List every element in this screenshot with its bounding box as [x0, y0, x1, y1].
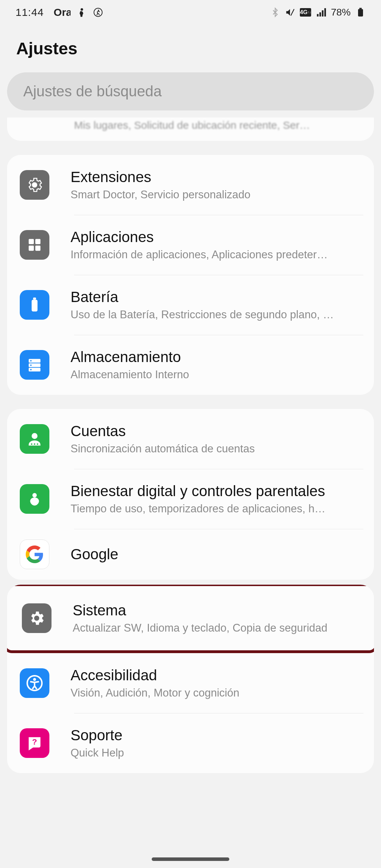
- row-aplicaciones[interactable]: Aplicaciones Información de aplicaciones…: [7, 215, 374, 275]
- svg-rect-11: [32, 300, 38, 311]
- svg-point-20: [31, 444, 32, 445]
- svg-rect-12: [33, 297, 36, 300]
- row-almacenamiento[interactable]: Almacenamiento Almacenamiento Interno: [7, 335, 374, 395]
- settings-scroll-area[interactable]: Mis lugares, Solicitud de ubicación reci…: [0, 117, 381, 773]
- 4g-icon: 4G↑↓: [300, 8, 311, 17]
- row-soporte[interactable]: ? Soporte Quick Help: [7, 713, 374, 773]
- svg-rect-4: [358, 9, 363, 17]
- row-google[interactable]: Google: [7, 529, 374, 580]
- row-bienestar[interactable]: Bienestar digital y controles parentales…: [7, 469, 374, 529]
- row-bateria[interactable]: Batería Uso de la Batería, Restricciones…: [7, 275, 374, 335]
- row-title: Batería: [71, 289, 361, 306]
- settings-group-accounts: Cuentas Sincronización automática de cue…: [7, 409, 374, 580]
- row-extensiones[interactable]: Extensiones Smart Doctor, Servicio perso…: [7, 155, 374, 215]
- svg-rect-7: [29, 239, 34, 244]
- settings-group-trunc: Mis lugares, Solicitud de ubicación reci…: [7, 117, 374, 141]
- row-cuentas[interactable]: Cuentas Sincronización automática de cue…: [7, 409, 374, 469]
- svg-point-0: [81, 8, 83, 11]
- battery-icon: [356, 7, 365, 17]
- wellbeing-icon: [20, 484, 49, 514]
- page-header: Ajustes: [0, 25, 381, 72]
- row-title: Google: [71, 546, 361, 563]
- highlight-box: Sistema Actualizar SW, Idioma y teclado,…: [7, 585, 374, 653]
- search-placeholder: Ajustes de búsqueda: [23, 83, 162, 100]
- row-subtitle: Información de aplicaciones, Aplicacione…: [71, 248, 361, 261]
- row-subtitle: Quick Help: [71, 747, 361, 759]
- extensions-icon: [20, 170, 49, 200]
- row-subtitle: Actualizar SW, Idioma y teclado, Copia d…: [73, 622, 359, 634]
- row-sistema[interactable]: Sistema Actualizar SW, Idioma y teclado,…: [9, 588, 372, 648]
- svg-point-19: [32, 433, 38, 439]
- svg-point-1: [94, 8, 102, 16]
- row-title: Bienestar digital y controles parentales: [71, 483, 361, 500]
- battery-percent: 78%: [331, 7, 351, 18]
- row-title: Extensiones: [71, 169, 361, 186]
- svg-point-16: [30, 360, 32, 361]
- svg-point-23: [32, 493, 37, 498]
- row-accesibilidad[interactable]: Accesibilidad Visión, Audición, Motor y …: [7, 653, 374, 713]
- svg-point-6: [32, 183, 37, 187]
- svg-point-18: [30, 369, 32, 370]
- search-input[interactable]: Ajustes de búsqueda: [7, 72, 374, 110]
- row-subtitle: Tiempo de uso, temporizadores de aplicac…: [71, 502, 361, 515]
- row-title: Soporte: [71, 727, 361, 744]
- status-carrier: Ora: [54, 6, 71, 18]
- running-icon: [93, 7, 103, 17]
- row-subtitle: Uso de la Batería, Restricciones de segu…: [71, 308, 361, 321]
- page-title: Ajustes: [16, 39, 365, 58]
- row-subtitle: Sincronización automática de cuentas: [71, 442, 361, 455]
- row-subtitle: Visión, Audición, Motor y cognición: [71, 687, 361, 699]
- svg-text:?: ?: [32, 737, 37, 746]
- google-icon: [20, 540, 49, 569]
- svg-point-17: [30, 364, 32, 366]
- row-title: Cuentas: [71, 423, 361, 440]
- row-title: Sistema: [73, 602, 359, 619]
- svg-point-25: [33, 678, 36, 681]
- row-subtitle: Smart Doctor, Servicio personalizado: [71, 188, 361, 201]
- gesture-bar[interactable]: [152, 857, 229, 861]
- svg-rect-9: [29, 246, 34, 251]
- bluetooth-icon: [270, 7, 280, 17]
- storage-icon: [20, 350, 49, 380]
- settings-group-device: Extensiones Smart Doctor, Servicio perso…: [7, 155, 374, 395]
- mute-icon: [285, 7, 295, 17]
- row-title: Accesibilidad: [71, 667, 361, 684]
- svg-rect-10: [35, 246, 41, 251]
- status-bar: 11:44 Ora 4G↑↓ 78%: [0, 0, 381, 25]
- signal-icon: [316, 7, 326, 17]
- accessibility-icon: [20, 668, 49, 698]
- svg-rect-5: [359, 8, 362, 9]
- row-title: Aplicaciones: [71, 229, 361, 246]
- settings-group-system: Sistema Actualizar SW, Idioma y teclado,…: [7, 585, 374, 773]
- svg-rect-8: [35, 239, 41, 244]
- system-icon: [22, 603, 52, 633]
- battery-settings-icon: [20, 290, 49, 320]
- row-subtitle: Almacenamiento Interno: [71, 368, 361, 381]
- svg-line-3: [291, 9, 294, 16]
- svg-point-21: [34, 444, 35, 445]
- status-time: 11:44: [16, 6, 44, 18]
- pregnant-icon: [77, 7, 87, 17]
- apps-icon: [20, 230, 49, 260]
- truncated-prev-subtitle: Mis lugares, Solicitud de ubicación reci…: [7, 120, 374, 141]
- support-icon: ?: [20, 728, 49, 758]
- svg-point-22: [37, 444, 38, 445]
- accounts-icon: [20, 424, 49, 454]
- row-title: Almacenamiento: [71, 349, 361, 366]
